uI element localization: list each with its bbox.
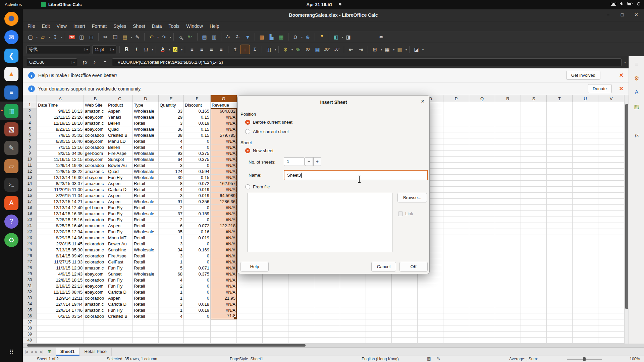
- cell-R33[interactable]: [495, 295, 521, 301]
- cell-B31[interactable]: ebay.com: [84, 283, 107, 289]
- cell-U9[interactable]: [573, 150, 598, 157]
- cell-F39[interactable]: [184, 331, 211, 338]
- sheet-tab-sheet1[interactable]: Sheet1: [56, 348, 80, 356]
- cell-Q29[interactable]: [469, 271, 495, 277]
- cell-R10[interactable]: [495, 157, 521, 163]
- cell-L31[interactable]: [340, 283, 366, 289]
- cell-T39[interactable]: [547, 331, 573, 338]
- cell-I39[interactable]: [263, 331, 288, 338]
- cell-C37[interactable]: [107, 319, 133, 325]
- cell-I30[interactable]: [263, 277, 288, 283]
- cell-C11[interactable]: Bower Au: [107, 163, 133, 169]
- menu-tools[interactable]: Tools: [165, 22, 183, 30]
- cell-D36[interactable]: Retail: [133, 313, 159, 319]
- cell-A29[interactable]: 4/9/15 12:43: [37, 271, 84, 277]
- cell-S16[interactable]: [521, 193, 547, 199]
- cell-V20[interactable]: [598, 217, 624, 223]
- cell-K34[interactable]: [314, 301, 340, 307]
- cell-J31[interactable]: [288, 283, 314, 289]
- cell-U7[interactable]: [573, 138, 598, 144]
- sheet-tab-retail-price[interactable]: Retail Price: [79, 348, 111, 356]
- copy-icon[interactable]: ❐: [111, 33, 120, 42]
- menu-view[interactable]: View: [53, 22, 70, 30]
- cell-O36[interactable]: [418, 313, 443, 319]
- cell-D31[interactable]: Retail: [133, 283, 159, 289]
- cell-Q8[interactable]: [469, 144, 495, 150]
- row-header-29[interactable]: 29: [23, 271, 37, 277]
- cell-A12[interactable]: 12/8/15 08:22: [37, 169, 84, 175]
- cell-Q5[interactable]: [469, 126, 495, 132]
- cell-G14[interactable]: 162.957: [211, 181, 237, 187]
- cell-S38[interactable]: [521, 325, 547, 331]
- cell-E16[interactable]: 3: [159, 193, 184, 199]
- cell-Q19[interactable]: [469, 211, 495, 217]
- cell-G4[interactable]: #N/A: [211, 120, 237, 126]
- cell-R24[interactable]: [495, 241, 521, 247]
- cell-M31[interactable]: [366, 283, 392, 289]
- print-preview-icon[interactable]: ◻: [87, 33, 96, 42]
- freeze-rows-columns-icon[interactable]: ◧: [331, 33, 340, 42]
- cell-V9[interactable]: [598, 150, 624, 157]
- cell-D38[interactable]: [133, 325, 159, 331]
- cell-E20[interactable]: 2: [159, 217, 184, 223]
- cell-C1[interactable]: Product: [107, 102, 133, 108]
- dock-vscode[interactable]: ❮: [0, 46, 23, 65]
- cell-I36[interactable]: [263, 313, 288, 319]
- first-sheet-button[interactable]: |◀: [25, 350, 28, 354]
- cell-T36[interactable]: [547, 313, 573, 319]
- cell-G13[interactable]: #N/A: [211, 175, 237, 181]
- row-header-7[interactable]: 7: [23, 138, 37, 144]
- cell-Q2[interactable]: [469, 108, 495, 114]
- cell-C4[interactable]: Bellen: [107, 120, 133, 126]
- cell-A32[interactable]: 12/12/15 08:45: [37, 289, 84, 295]
- dock-thunderbird[interactable]: ✉: [0, 28, 23, 46]
- cell-A9[interactable]: 8/2/15 04:06: [37, 150, 84, 157]
- cell-L35[interactable]: [340, 307, 366, 313]
- cell-D25[interactable]: Wholesale: [133, 247, 159, 253]
- cell-T10[interactable]: [547, 157, 573, 163]
- cell-F31[interactable]: 0: [184, 283, 211, 289]
- cell-B2[interactable]: amazon.c: [84, 108, 107, 114]
- cell-J38[interactable]: [288, 325, 314, 331]
- cell-A17[interactable]: 12/12/15 14:21: [37, 199, 84, 205]
- cell-D29[interactable]: Wholesale: [133, 271, 159, 277]
- cell-E2[interactable]: 33: [159, 108, 184, 114]
- cell-T4[interactable]: [547, 120, 573, 126]
- cell-Q4[interactable]: [469, 120, 495, 126]
- cell-F22[interactable]: 0.16: [184, 229, 211, 235]
- dock-gimp[interactable]: ✎: [0, 138, 23, 157]
- cell-H33[interactable]: [237, 295, 263, 301]
- cell-A14[interactable]: 8/23/15 03:07: [37, 181, 84, 187]
- cell-E31[interactable]: 2: [159, 283, 184, 289]
- cell-E11[interactable]: 3: [159, 163, 184, 169]
- bold-icon[interactable]: B: [122, 45, 131, 54]
- cell-L34[interactable]: [340, 301, 366, 307]
- cell-S14[interactable]: [521, 181, 547, 187]
- file-list-box[interactable]: [248, 193, 392, 252]
- dock-show-applications[interactable]: ⠿: [0, 343, 23, 361]
- cell-S5[interactable]: [521, 126, 547, 132]
- cell-J33[interactable]: [288, 295, 314, 301]
- cell-Q32[interactable]: [469, 289, 495, 295]
- row-header-39[interactable]: 39: [23, 331, 37, 338]
- cell-I37[interactable]: [263, 319, 288, 325]
- cell-G15[interactable]: #N/A: [211, 187, 237, 193]
- cell-G1[interactable]: Revenue: [211, 102, 237, 108]
- conditional-formatting-icon[interactable]: ◪: [412, 45, 421, 54]
- cell-U28[interactable]: [573, 265, 598, 271]
- cell-C28[interactable]: Fun Fly: [107, 265, 133, 271]
- cell-C32[interactable]: Carlota D: [107, 289, 133, 295]
- cell-Q16[interactable]: [469, 193, 495, 199]
- cell-D24[interactable]: Retail: [133, 241, 159, 247]
- cell-G16[interactable]: 64.5989: [211, 193, 237, 199]
- cell-E9[interactable]: 93: [159, 150, 184, 157]
- cell-Q34[interactable]: [469, 301, 495, 307]
- cell-G9[interactable]: #N/A: [211, 150, 237, 157]
- cell-Q38[interactable]: [469, 325, 495, 331]
- menu-data[interactable]: Data: [149, 22, 165, 30]
- cell-Q11[interactable]: [469, 163, 495, 169]
- zoom-level[interactable]: 100%: [630, 357, 640, 361]
- row-header-36[interactable]: 36: [23, 313, 37, 319]
- cell-I35[interactable]: [263, 307, 288, 313]
- cell-F20[interactable]: 0: [184, 217, 211, 223]
